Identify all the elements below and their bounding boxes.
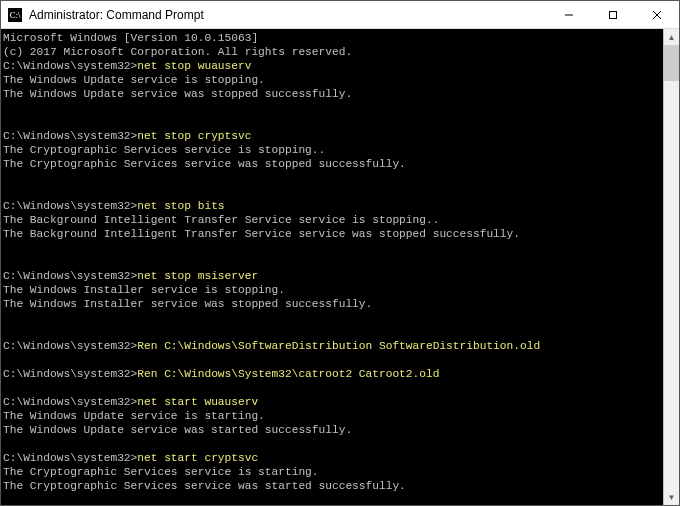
- blank-line: [3, 171, 661, 185]
- maximize-button[interactable]: [591, 1, 635, 28]
- blank-line: [3, 185, 661, 199]
- blank-line: [3, 437, 661, 451]
- prompt-text: C:\Windows\system32>: [3, 130, 137, 142]
- output-line: The Windows Installer service is stoppin…: [3, 283, 661, 297]
- command-line: C:\Windows\system32>net start cryptsvc: [3, 451, 661, 465]
- prompt-text: C:\Windows\system32>: [3, 452, 137, 464]
- command-line: C:\Windows\system32>Ren C:\Windows\Syste…: [3, 367, 661, 381]
- command-line: C:\Windows\system32>net stop bits: [3, 199, 661, 213]
- command-text: Ren C:\Windows\System32\catroot2 Catroot…: [137, 368, 439, 380]
- svg-rect-3: [610, 11, 617, 18]
- prompt-text: C:\Windows\system32>: [3, 396, 137, 408]
- blank-line: [3, 325, 661, 339]
- prompt-text: C:\Windows\system32>: [3, 200, 137, 212]
- output-line: The Windows Installer service was stoppe…: [3, 297, 661, 311]
- blank-line: [3, 493, 661, 505]
- cmd-icon: C:\: [7, 7, 23, 23]
- scroll-down-arrow[interactable]: ▼: [664, 489, 679, 505]
- blank-line: [3, 381, 661, 395]
- prompt-text: C:\Windows\system32>: [3, 340, 137, 352]
- blank-line: [3, 115, 661, 129]
- output-line: The Cryptographic Services service is st…: [3, 465, 661, 479]
- output-line: The Windows Update service was started s…: [3, 423, 661, 437]
- window-controls: [547, 1, 679, 28]
- output-line: The Cryptographic Services service was s…: [3, 479, 661, 493]
- output-line: The Cryptographic Services service is st…: [3, 143, 661, 157]
- output-line: The Windows Update service was stopped s…: [3, 87, 661, 101]
- command-line: C:\Windows\system32>net stop cryptsvc: [3, 129, 661, 143]
- content-area: Microsoft Windows [Version 10.0.15063](c…: [1, 29, 679, 505]
- console-output[interactable]: Microsoft Windows [Version 10.0.15063](c…: [1, 29, 663, 505]
- output-line: The Windows Update service is stopping.: [3, 73, 661, 87]
- blank-line: [3, 353, 661, 367]
- scroll-thumb[interactable]: [664, 45, 679, 81]
- output-line: The Windows Update service is starting.: [3, 409, 661, 423]
- scroll-track[interactable]: [664, 45, 679, 489]
- command-text: net start cryptsvc: [137, 452, 258, 464]
- titlebar[interactable]: C:\ Administrator: Command Prompt: [1, 1, 679, 29]
- command-text: net stop bits: [137, 200, 224, 212]
- header-line: Microsoft Windows [Version 10.0.15063]: [3, 31, 661, 45]
- command-text: net stop cryptsvc: [137, 130, 251, 142]
- command-text: Ren C:\Windows\SoftwareDistribution Soft…: [137, 340, 540, 352]
- svg-text:C:\: C:\: [10, 9, 21, 19]
- output-line: The Background Intelligent Transfer Serv…: [3, 227, 661, 241]
- command-line: C:\Windows\system32>net stop msiserver: [3, 269, 661, 283]
- window-title: Administrator: Command Prompt: [29, 8, 547, 22]
- output-line: The Cryptographic Services service was s…: [3, 157, 661, 171]
- minimize-button[interactable]: [547, 1, 591, 28]
- prompt-text: C:\Windows\system32>: [3, 368, 137, 380]
- prompt-text: C:\Windows\system32>: [3, 270, 137, 282]
- scroll-up-arrow[interactable]: ▲: [664, 29, 679, 45]
- command-text: net stop wuauserv: [137, 60, 251, 72]
- output-line: The Background Intelligent Transfer Serv…: [3, 213, 661, 227]
- vertical-scrollbar[interactable]: ▲ ▼: [663, 29, 679, 505]
- command-text: net start wuauserv: [137, 396, 258, 408]
- blank-line: [3, 255, 661, 269]
- blank-line: [3, 311, 661, 325]
- command-text: net stop msiserver: [137, 270, 258, 282]
- command-prompt-window: C:\ Administrator: Command Prompt Micros…: [0, 0, 680, 506]
- blank-line: [3, 101, 661, 115]
- close-button[interactable]: [635, 1, 679, 28]
- command-line: C:\Windows\system32>Ren C:\Windows\Softw…: [3, 339, 661, 353]
- blank-line: [3, 241, 661, 255]
- prompt-text: C:\Windows\system32>: [3, 60, 137, 72]
- command-line: C:\Windows\system32>net stop wuauserv: [3, 59, 661, 73]
- command-line: C:\Windows\system32>net start wuauserv: [3, 395, 661, 409]
- header-line: (c) 2017 Microsoft Corporation. All righ…: [3, 45, 661, 59]
